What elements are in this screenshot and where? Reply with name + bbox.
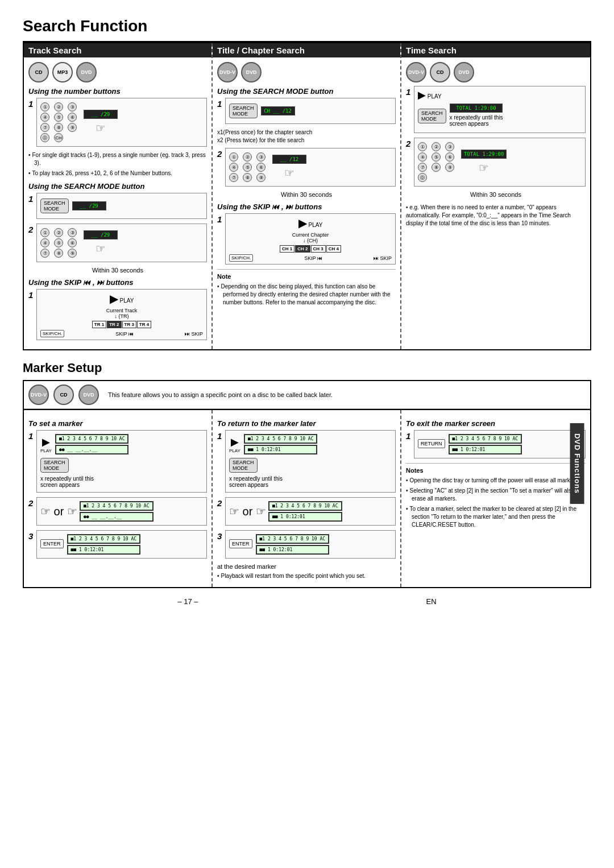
time-search-mode-btn[interactable]: SEARCHMODE xyxy=(418,109,446,123)
return-step3-box: ENTER ■1 2 3 4 5 6 7 8 9 10 AC ■■ 1 0:12… xyxy=(225,530,396,559)
return-step2-box: ☞ or ☞ ■1 2 3 4 5 6 7 8 9 10 AC ■■ 1 0:1… xyxy=(225,497,396,526)
exit-marker-col: To exit the marker screen 1 RETURN ■1 2 … xyxy=(401,410,590,587)
cd-icon: CD xyxy=(28,62,49,82)
return-subscreen3: ■■ 1 0:12:01 xyxy=(256,545,330,555)
return-screen3: ■1 2 3 4 5 6 7 8 9 10 AC xyxy=(256,534,330,544)
exit-note1: Opening the disc tray or turning off the… xyxy=(406,477,586,485)
marker-grid: To set a marker 1 ▶ PLAY ■1 2 3 4 5 6 7 … xyxy=(24,409,590,587)
set-marker-screen3: ■1 2 3 4 5 6 7 8 9 10 AC xyxy=(67,534,141,544)
title-search-step2: 2 ① ② ③ ④ ⑤ ⑥ ⑦ ⑧ ⑨ xyxy=(225,148,396,187)
title-search-step1-box: SEARCHMODE CH __ /12 xyxy=(225,98,396,124)
footer-text: – 17 – xyxy=(177,597,198,606)
return-screen2: ■1 2 3 4 5 6 7 8 9 10 AC xyxy=(268,501,342,511)
time-disc-icons: DVD-V CD DVD xyxy=(406,62,586,82)
dvd2-icon: DVD xyxy=(241,62,262,82)
track-search-display2: __ /29 xyxy=(84,230,118,239)
time-step1: 1 ▶ PLAY SEARCHMODE TOTAL 1:29:00 x repe… xyxy=(414,86,586,133)
track-skip-step1: 1 ▶ PLAY Current Track↓ (TR) TR 1 TR 2 T… xyxy=(36,289,207,340)
remote-numpad: ① ② ③ ④ ⑤ ⑥ ⑦ ⑧ ⑨ ⓪ CH xyxy=(40,102,80,142)
time-dvdv-icon: DVD-V xyxy=(406,62,426,82)
exit-step1-box: RETURN ■1 2 3 4 5 6 7 8 9 10 AC ■■ 1 0:1… xyxy=(414,430,586,458)
set-marker-screen2: ■1 2 3 4 5 6 7 8 9 10 AC xyxy=(80,501,154,511)
skip-fwd-label: ⏭ SKIP xyxy=(185,331,203,337)
remote-numpad2: ① ② ③ ④ ⑤ ⑥ ⑦ ⑧ ⑨ xyxy=(40,228,80,258)
marker-intro: This feature allows you to assign a spec… xyxy=(108,391,333,398)
number-btn-tip2: To play track 26, press +10, 2, 6 of the… xyxy=(28,170,207,177)
track-disc-icons: CD MP3 DVD xyxy=(28,62,207,82)
set-marker-subscreen2: ●● __ __.__.__ xyxy=(80,512,154,522)
time-note-text: • e.g. When there is no need to enter a … xyxy=(406,204,586,228)
set-marker-screen1: ■1 2 3 4 5 6 7 8 9 10 AC xyxy=(55,434,129,444)
exit-subscreen1: ■■ 1 0:12:01 xyxy=(449,445,522,454)
return-repeat-text: x repeatedly until thisscreen appears xyxy=(229,476,392,488)
x2-label: x2 (Press twice) for the title search xyxy=(217,137,396,144)
time-step2: 2 ① ② ③ ④ ⑤ ⑥ ⑦ ⑧ ⑨ ⓪ xyxy=(414,138,586,187)
chapter-cells: CH 1 CH 2 CH 3 CH 4 xyxy=(229,245,392,253)
time-cd-icon: CD xyxy=(430,62,450,82)
return-search-btn[interactable]: SEARCHMODE xyxy=(229,458,258,473)
return-button[interactable]: RETURN xyxy=(418,439,445,448)
return-footer-bullet: Playback will restart from the specific … xyxy=(217,572,396,580)
page-title: Search Function xyxy=(23,17,591,35)
track-search-col: Track Search CD MP3 DVD Using the number… xyxy=(24,43,213,349)
title-display1: CH __ /12 xyxy=(261,106,295,115)
current-track-label: Current Track↓ (TR) xyxy=(40,308,203,319)
search-columns: Track Search CD MP3 DVD Using the number… xyxy=(24,42,590,349)
skip-ch-btn[interactable]: SKIP/CH. xyxy=(40,330,64,337)
set-marker-step2: 2 ☞ or ☞ ■1 2 3 4 5 6 7 8 9 10 AC ●● __ … xyxy=(36,497,207,526)
marker-cd-icon: CD xyxy=(53,385,74,405)
number-btn-tip1: For single digit tracks (1-9), press a s… xyxy=(28,151,207,167)
x1-label: x1(Press once) for the chapter search xyxy=(217,129,396,137)
exit-note3: To clear a marker, select the marker to … xyxy=(406,505,586,529)
track-search-step1: 1 SEARCHMODE __ /29 xyxy=(36,193,207,219)
ch-skip-fwd: ⏭ SKIP xyxy=(374,255,392,261)
set-search-btn[interactable]: SEARCHMODE xyxy=(40,458,69,473)
footer-lang: EN xyxy=(426,597,437,606)
return-step1: 1 ▶ PLAY ■1 2 3 4 5 6 7 8 9 10 AC ■■ 1 0… xyxy=(225,430,396,493)
ch-skip-btn[interactable]: SKIP/CH. xyxy=(229,254,253,262)
dvd-functions-tab: DVD Functions xyxy=(570,423,584,504)
exit-step1: 1 RETURN ■1 2 3 4 5 6 7 8 9 10 AC ■■ 1 0… xyxy=(414,430,586,458)
search-mode-button[interactable]: SEARCHMODE xyxy=(40,199,69,213)
set-marker-step1-box: ▶ PLAY ■1 2 3 4 5 6 7 8 9 10 AC ●● __ __… xyxy=(36,430,207,493)
set-repeat-text: x repeatedly until thisscreen appears xyxy=(40,476,203,488)
search-mode-heading-title: Using the SEARCH MODE button xyxy=(217,87,396,96)
ch-skip-back: SKIP ⏮ xyxy=(304,255,322,261)
dvd-icon: DVD xyxy=(76,62,97,82)
enter-btn[interactable]: ENTER xyxy=(40,539,64,548)
time-display2: TOTAL 1:29:00 xyxy=(461,150,507,159)
set-marker-heading: To set a marker xyxy=(28,419,207,428)
marker-section: DVD-V CD DVD This feature allows you to … xyxy=(23,380,591,588)
return-screen1: ■1 2 3 4 5 6 7 8 9 10 AC xyxy=(244,434,318,444)
skip-heading-track: Using the SKIP ⏮ , ⏭ buttons xyxy=(28,278,207,287)
time-display1: TOTAL 1:29:00 xyxy=(450,104,503,113)
set-marker-step3: 3 ENTER ■1 2 3 4 5 6 7 8 9 10 AC ■■ 1 0:… xyxy=(36,530,207,559)
time-repeat-text: x repeatedly until thisscreen appears xyxy=(450,114,503,127)
search-section: Track Search CD MP3 DVD Using the number… xyxy=(23,41,591,350)
time-numpad: ① ② ③ ④ ⑤ ⑥ ⑦ ⑧ ⑨ ⓪ xyxy=(418,142,458,182)
marker-title: Marker Setup xyxy=(23,361,591,375)
return-step1-box: ▶ PLAY ■1 2 3 4 5 6 7 8 9 10 AC ■■ 1 0:1… xyxy=(225,430,396,493)
mp3-icon: MP3 xyxy=(52,62,73,82)
return-marker-heading: To return to the marker later xyxy=(217,419,396,428)
return-step2: 2 ☞ or ☞ ■1 2 3 4 5 6 7 8 9 10 AC ■■ 1 0… xyxy=(225,497,396,526)
marker-dvdv-icon: DVD-V xyxy=(28,385,49,405)
return-marker-col: To return to the marker later 1 ▶ PLAY ■… xyxy=(213,410,401,587)
chapter-note-text: Depending on the disc being played, this… xyxy=(217,283,396,307)
time-search-header: Time Search xyxy=(401,43,590,57)
title-skip-step1: 1 ▶ PLAY Current Chapter↓ (CH) CH 1 CH 2… xyxy=(225,213,396,264)
marker-dvd-icon: DVD xyxy=(78,385,99,405)
title-within-text: Within 30 seconds xyxy=(217,191,396,198)
track-skip-diagram: ▶ PLAY Current Track↓ (TR) TR 1 TR 2 TR … xyxy=(36,289,207,340)
return-subscreen2: ■■ 1 0:12:01 xyxy=(268,512,342,522)
return-enter-btn[interactable]: ENTER xyxy=(229,539,252,548)
skip-back-label: SKIP ⏮ xyxy=(115,331,134,337)
title-chapter-header: Title / Chapter Search xyxy=(213,43,400,57)
hand-icon: ☞ xyxy=(96,121,106,135)
track-cells: TR 1 TR 2 TR 3 TR 4 xyxy=(40,321,203,328)
set-marker-col: To set a marker 1 ▶ PLAY ■1 2 3 4 5 6 7 … xyxy=(24,410,213,587)
title-search-mode-btn[interactable]: SEARCHMODE xyxy=(229,104,258,118)
track-skip-play: ▶ PLAY xyxy=(40,292,203,305)
track-search-header: Track Search xyxy=(24,43,211,57)
time-step1-box: ▶ PLAY SEARCHMODE TOTAL 1:29:00 x repeat… xyxy=(414,86,586,133)
